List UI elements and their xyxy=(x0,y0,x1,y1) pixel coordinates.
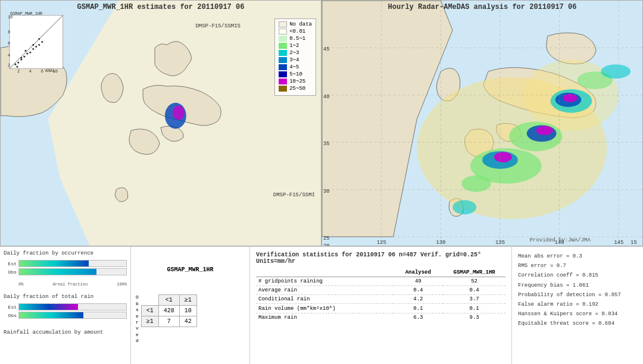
svg-point-42 xyxy=(536,125,553,135)
score-6: Hanssen & Kuipers score = 0.834 xyxy=(518,309,637,319)
stat-label-2: Conditional rain xyxy=(256,295,393,304)
est-label: Est xyxy=(4,261,17,266)
stat-label-4: Maximum rain xyxy=(256,313,393,322)
stat-val1-0: 49 xyxy=(393,277,443,286)
score-0: Mean abs error = 0.3 xyxy=(518,252,637,261)
est-rain-fill xyxy=(19,304,78,310)
main-container: GSMAP_MWR_1HR estimates for 20110917 06 xyxy=(0,0,643,364)
axis-100pct: 100% xyxy=(117,282,127,287)
obs-occurrence-row: Obs xyxy=(4,268,127,275)
svg-text:135: 135 xyxy=(495,240,505,246)
svg-point-15 xyxy=(41,41,43,43)
svg-text:45: 45 xyxy=(323,46,330,52)
stat-val1-4: 6.3 xyxy=(393,313,443,322)
cell-d: 42 xyxy=(179,316,196,327)
legend-label-05-1: 0.5~1 xyxy=(289,36,305,42)
score-7: Equitable threat score = 0.684 xyxy=(518,319,637,328)
svg-point-8 xyxy=(20,59,22,61)
legend-label-25-50: 25~50 xyxy=(289,86,305,92)
svg-text:2: 2 xyxy=(17,69,20,74)
stat-row-1: Average rain 0.4 0.4 xyxy=(256,286,505,295)
contingency-panel: GSMAP_MWR_1HR Observed <1 ≥1 <1 xyxy=(131,247,250,364)
charts-panel: Daily fraction by occurrence Est Obs 0% xyxy=(0,247,131,364)
axis-areal: Areal fraction xyxy=(52,282,88,287)
left-map-title: GSMAP_MWR_1HR estimates for 20110917 06 xyxy=(77,3,245,11)
legend-05-1: 0.5~1 xyxy=(279,36,312,42)
left-map-svg: 10 8 6 4 2 2 4 6 10 GSMAP_MWR_1HR ANAL xyxy=(1,1,321,246)
svg-text:2: 2 xyxy=(8,63,10,68)
legend: No data <0.01 0.5~1 1~2 2~3 xyxy=(274,18,316,96)
legend-1-2: 1~2 xyxy=(279,43,312,49)
svg-text:8: 8 xyxy=(8,30,10,34)
legend-color-05-1 xyxy=(279,36,287,42)
header-gte1: ≥1 xyxy=(179,294,196,305)
bottom-row: Daily fraction by occurrence Est Obs 0% xyxy=(0,247,643,364)
obs-rain-label: Obs xyxy=(4,313,17,318)
svg-point-18 xyxy=(32,44,34,46)
legend-label-4-5: 4~5 xyxy=(289,64,299,70)
svg-text:125: 125 xyxy=(377,240,386,246)
svg-text:ANAL: ANAL xyxy=(45,68,55,73)
svg-point-11 xyxy=(29,52,31,54)
score-2: Correlation coeff = 0.815 xyxy=(518,271,637,280)
stats-title: Verification statistics for 20110917 06 … xyxy=(256,252,505,265)
legend-lt001: <0.01 xyxy=(279,29,312,34)
legend-label-10-25: 10~25 xyxy=(289,79,305,84)
legend-nodata: No data xyxy=(279,21,312,27)
dmsp-ssmi-label: DMSP-F15/SSMI xyxy=(273,192,315,198)
est-rain-track xyxy=(18,303,127,310)
stat-row-0: # gridpoints raining 49 52 xyxy=(256,277,505,286)
legend-color-nodata xyxy=(279,21,287,27)
svg-point-20 xyxy=(38,38,40,40)
est-bar-track xyxy=(18,260,127,267)
occurrence-title: Daily fraction by occurrence xyxy=(4,250,127,256)
scores-panel: Mean abs error = 0.3 RMS error = 0.7 Cor… xyxy=(512,247,643,364)
svg-text:GSMAP_MWR_1HR: GSMAP_MWR_1HR xyxy=(10,11,42,16)
right-map-svg: 45 40 35 30 25 20 125 130 135 140 145 15… xyxy=(322,1,642,246)
svg-point-7 xyxy=(17,62,19,64)
svg-text:15: 15 xyxy=(630,240,637,246)
legend-25-50: 25~50 xyxy=(279,86,312,92)
stat-val2-0: 52 xyxy=(443,277,505,286)
acc-title: Rainfall accumulation by amount xyxy=(4,330,127,335)
legend-label-nodata: No data xyxy=(289,21,312,27)
svg-text:6: 6 xyxy=(8,41,10,46)
obs-label: Obs xyxy=(4,269,17,275)
score-5: False alarm ratio = 0.192 xyxy=(518,300,637,309)
svg-point-9 xyxy=(23,56,25,58)
est-occurrence-row: Est xyxy=(4,260,127,267)
legend-4-5: 4~5 xyxy=(279,64,312,70)
svg-text:35: 35 xyxy=(323,141,330,147)
svg-point-14 xyxy=(38,44,40,46)
legend-color-5-10 xyxy=(279,71,287,77)
obs-rain-row: Obs xyxy=(4,312,127,319)
svg-text:4: 4 xyxy=(29,69,32,74)
svg-text:Provided by:JWA/JMA: Provided by:JWA/JMA xyxy=(530,237,591,243)
legend-label-5-10: 5~10 xyxy=(289,71,302,77)
dmsp-ssmis-label: DMSP-F15/SSMIS xyxy=(195,23,241,29)
contingency-title: GSMAP_MWR_1HR xyxy=(136,266,245,273)
stat-label-0: # gridpoints raining xyxy=(256,277,393,286)
obs-bar-track xyxy=(18,268,127,275)
stat-val1-2: 4.2 xyxy=(393,295,443,304)
est-rain-label: Est xyxy=(4,305,17,310)
svg-text:30: 30 xyxy=(323,189,330,194)
legend-label-1-2: 1~2 xyxy=(289,43,299,49)
svg-text:40: 40 xyxy=(323,94,330,100)
legend-2-3: 2~3 xyxy=(279,50,312,56)
rain-bar-chart: Est Obs xyxy=(4,303,127,319)
legend-label-3-4: 3~4 xyxy=(289,57,299,63)
legend-10-25: 10~25 xyxy=(279,79,312,84)
right-map-panel: Hourly Radar-AMeDAS analysis for 2011091… xyxy=(322,0,643,246)
stat-row-4: Maximum rain 6.3 9.3 xyxy=(256,313,505,322)
obs-rain-track xyxy=(18,312,127,319)
svg-text:130: 130 xyxy=(436,240,445,246)
stat-val2-3: 0.1 xyxy=(443,304,505,313)
legend-color-10-25 xyxy=(279,79,287,84)
stats-panel: Verification statistics for 20110917 06 … xyxy=(250,247,512,364)
svg-point-19 xyxy=(16,66,18,68)
svg-point-45 xyxy=(452,200,476,215)
stat-label-3: Rain volume (mm*km²x10⁶) xyxy=(256,304,393,313)
svg-text:4: 4 xyxy=(8,53,10,58)
score-4: Probability of detection = 0.857 xyxy=(518,290,637,300)
